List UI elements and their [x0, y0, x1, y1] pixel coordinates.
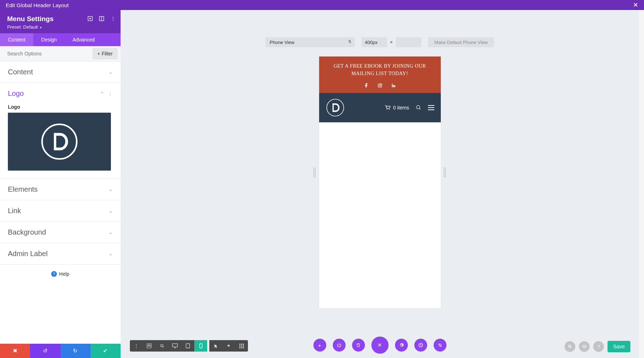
svg-point-6	[379, 85, 381, 87]
tab-design[interactable]: Design	[33, 33, 65, 46]
page-title: Edit Global Header Layout	[6, 2, 69, 8]
phone-preview: GET A FREE EBOOK BY JOINING OUR MAILING …	[319, 57, 441, 308]
group-link-header[interactable]: Link ⌄	[0, 200, 121, 221]
chevron-down-icon: ⌄	[109, 208, 113, 214]
accordion: Content ⌄ Logo ⌄ ⋮ Logo Elements	[0, 62, 121, 344]
svg-rect-16	[147, 344, 149, 345]
columns-icon[interactable]	[99, 16, 104, 21]
promo-banner: GET A FREE EBOOK BY JOINING OUR MAILING …	[319, 57, 441, 81]
group-elements: Elements ⌄	[0, 179, 121, 200]
svg-line-12	[419, 108, 420, 109]
group-background: Background ⌄	[0, 222, 121, 243]
group-admin-label-header[interactable]: Admin Label ⌄	[0, 243, 121, 264]
search-row: + Filter	[0, 46, 121, 62]
close-toolbar-button[interactable]: ✕	[371, 337, 389, 354]
resize-handle-left[interactable]	[313, 167, 316, 177]
make-default-view-button[interactable]: Make Default Phone View	[428, 37, 494, 47]
chevron-up-icon: ⌄	[100, 91, 104, 96]
group-logo-header[interactable]: Logo ⌄ ⋮	[0, 83, 121, 104]
filter-button[interactable]: + Filter	[92, 48, 118, 59]
bottom-toolbar-purple: + ✕	[313, 337, 447, 354]
group-admin-label: Admin Label ⌄	[0, 243, 121, 265]
find-button[interactable]	[565, 341, 575, 352]
plus-icon: +	[97, 51, 100, 57]
group-content: Content ⌄	[0, 62, 121, 83]
more-icon[interactable]: ⋮	[108, 91, 113, 97]
svg-rect-34	[243, 347, 244, 348]
chevron-down-icon: ⌄	[109, 251, 113, 256]
svg-rect-18	[147, 346, 151, 348]
right-scrollbar[interactable]	[639, 10, 644, 358]
settings-button[interactable]	[395, 339, 408, 352]
layers-button[interactable]	[579, 341, 590, 352]
facebook-icon[interactable]	[364, 83, 369, 88]
check-icon: ✔	[103, 348, 108, 354]
instagram-icon[interactable]	[377, 83, 382, 88]
view-select-wrap: Phone View	[265, 37, 355, 47]
bottom-toolbar-right: ? Save	[565, 341, 630, 352]
history-button[interactable]	[414, 339, 427, 352]
chevron-down-icon: ⌄	[109, 187, 113, 192]
group-logo: Logo ⌄ ⋮ Logo	[0, 83, 121, 179]
group-content-header[interactable]: Content ⌄	[0, 62, 121, 83]
undo-button[interactable]: ↺	[30, 344, 60, 358]
sidebar-bottom-actions: ✖ ↺ ↻ ✔	[0, 344, 121, 358]
preset-selector[interactable]: Preset: Default▼	[7, 24, 113, 30]
close-icon[interactable]: ✕	[633, 1, 638, 9]
undo-icon: ↺	[43, 348, 48, 354]
swap-button[interactable]	[434, 339, 447, 352]
sidebar-header: Menu Settings Preset: Default▼ ⋮	[0, 10, 121, 33]
width-input[interactable]	[361, 37, 387, 47]
canvas: Phone View × Make Default Phone View GET…	[121, 10, 639, 358]
svg-rect-25	[200, 344, 202, 348]
height-input[interactable]	[396, 37, 421, 47]
group-elements-header[interactable]: Elements ⌄	[0, 179, 121, 200]
top-bar: Edit Global Header Layout ✕	[0, 0, 644, 10]
add-button[interactable]: +	[313, 339, 326, 352]
cancel-button[interactable]: ✖	[0, 344, 30, 358]
tab-advanced[interactable]: Advanced	[65, 33, 103, 46]
logo-preview[interactable]	[8, 113, 111, 171]
group-background-header[interactable]: Background ⌄	[0, 222, 121, 243]
phone-icon[interactable]	[194, 340, 207, 352]
resize-handle-right[interactable]	[444, 167, 447, 177]
help-button[interactable]: ?	[593, 341, 604, 352]
responsive-icon[interactable]	[88, 16, 93, 21]
linkedin-icon[interactable]	[391, 83, 396, 88]
svg-point-4	[42, 124, 77, 159]
hover-mode-icon[interactable]	[222, 340, 235, 352]
redo-button[interactable]: ↻	[60, 344, 91, 358]
preview-navbar: 0 items	[319, 93, 441, 122]
power-button[interactable]	[333, 339, 346, 352]
group-logo-body: Logo	[0, 104, 121, 178]
save-button[interactable]: Save	[608, 341, 630, 352]
tab-content[interactable]: Content	[0, 33, 33, 46]
hamburger-icon[interactable]	[428, 105, 434, 110]
cart-icon	[385, 105, 391, 110]
tablet-icon[interactable]	[181, 340, 194, 352]
click-mode-icon[interactable]	[209, 340, 222, 352]
svg-line-20	[162, 346, 164, 347]
search-input[interactable]	[0, 46, 92, 61]
zoom-icon[interactable]	[156, 340, 169, 352]
cart-link[interactable]: 0 items	[385, 105, 409, 111]
svg-rect-27	[241, 344, 242, 345]
bottom-toolbar-dark: ⋮	[130, 340, 248, 352]
confirm-button[interactable]: ✔	[91, 344, 121, 358]
trash-button[interactable]	[352, 339, 365, 352]
chevron-down-icon: ⌄	[109, 69, 113, 75]
desktop-icon[interactable]	[169, 340, 181, 352]
help-icon: ?	[51, 271, 57, 277]
search-icon[interactable]	[416, 105, 421, 111]
view-select[interactable]: Phone View	[265, 37, 355, 47]
more-icon[interactable]: ⋮	[111, 16, 116, 21]
svg-line-37	[570, 347, 571, 348]
grid-mode-icon[interactable]	[235, 340, 248, 352]
svg-rect-33	[241, 347, 242, 348]
svg-rect-24	[186, 344, 190, 348]
logo-field-label: Logo	[8, 104, 113, 110]
help-link[interactable]: ? Help	[0, 265, 121, 283]
toolbar-more-button[interactable]: ⋮	[130, 340, 143, 352]
group-link: Link ⌄	[0, 200, 121, 222]
wireframe-icon[interactable]	[143, 340, 156, 352]
